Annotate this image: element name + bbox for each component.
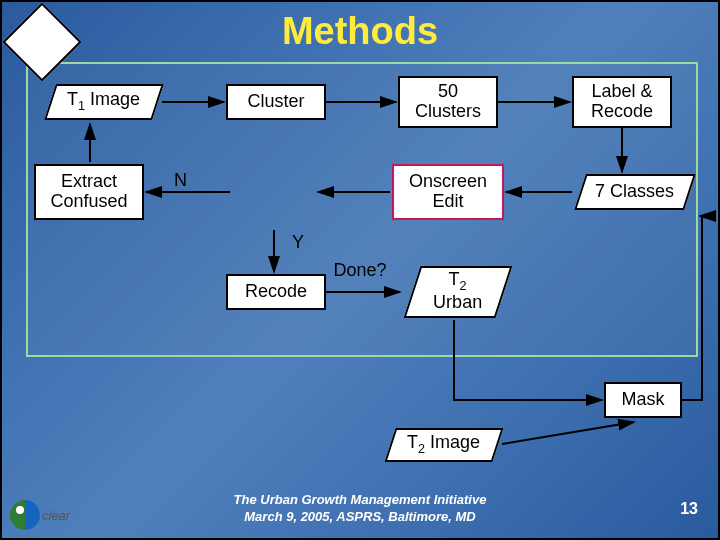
edge-label-no: N xyxy=(174,170,187,191)
edge-label-yes: Y xyxy=(292,232,304,253)
node-7-classes: 7 Classes xyxy=(574,174,696,210)
node-onscreen-edit: Onscreen Edit xyxy=(392,164,504,220)
node-label: Done? xyxy=(0,2,720,538)
node-t2-image: T2 Image xyxy=(384,428,503,462)
node-label: T2 Image xyxy=(407,432,480,452)
node-label: Onscreen Edit xyxy=(402,172,494,212)
page-number: 13 xyxy=(680,500,698,518)
footer-line1: The Urban Growth Management Initiative xyxy=(2,492,718,509)
node-mask: Mask xyxy=(604,382,682,418)
logo-icon xyxy=(10,500,40,530)
node-done: Done? xyxy=(2,57,82,137)
node-label: T2Urban xyxy=(433,269,482,312)
node-label: Recode xyxy=(245,282,307,302)
footer-line2: March 9, 2005, ASPRS, Baltimore, MD xyxy=(2,509,718,526)
logo-text: clear xyxy=(42,508,70,523)
node-label: 7 Classes xyxy=(595,181,674,201)
node-recode: Recode xyxy=(226,274,326,310)
logo: clear xyxy=(10,500,70,530)
node-t2-urban: T2Urban xyxy=(404,266,513,318)
footer: The Urban Growth Management Initiative M… xyxy=(2,492,718,526)
node-label: Mask xyxy=(621,390,664,410)
